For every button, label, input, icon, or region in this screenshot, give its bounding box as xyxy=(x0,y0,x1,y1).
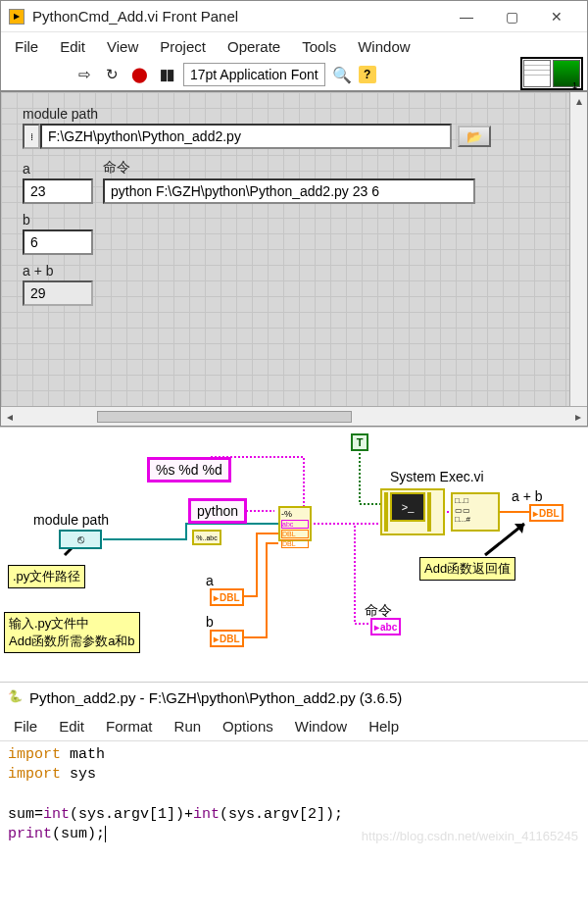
run-continuous-icon[interactable]: ↻ xyxy=(101,64,122,85)
string-to-number-node[interactable]: □..□▭▭□...# xyxy=(451,492,500,532)
sum-label: a + b xyxy=(23,263,565,279)
maximize-button[interactable]: ▢ xyxy=(489,2,534,31)
scroll-thumb[interactable] xyxy=(97,411,352,423)
close-button[interactable]: ✕ xyxy=(534,2,579,31)
python-string-const[interactable]: python xyxy=(188,498,247,524)
menu-tools[interactable]: Tools xyxy=(302,38,336,55)
vertical-scrollbar[interactable]: ▴ xyxy=(569,92,587,406)
b-label: b xyxy=(23,212,565,228)
system-exec-node[interactable]: >_ xyxy=(380,488,445,535)
idle-menu-format[interactable]: Format xyxy=(106,718,153,735)
python-icon: 🐍 xyxy=(8,689,24,705)
ctx-number: 1 xyxy=(572,80,579,90)
cmd-label: 命令 xyxy=(103,159,475,177)
idle-menu-file[interactable]: File xyxy=(14,718,37,735)
watermark: https://blog.csdn.net/weixin_41165245 xyxy=(362,828,578,845)
scroll-up-icon[interactable]: ▴ xyxy=(570,92,588,110)
idle-menu-run[interactable]: Run xyxy=(174,718,202,735)
b-input[interactable]: 6 xyxy=(23,229,93,255)
idle-menu-options[interactable]: Options xyxy=(222,718,273,735)
abort-icon[interactable]: ⬤ xyxy=(128,64,150,85)
true-constant[interactable]: T xyxy=(351,433,368,451)
font-selector[interactable]: 17pt Application Font xyxy=(183,63,325,86)
labview-front-panel-window: ▶ PythonCmd_Add.vi Front Panel — ▢ ✕ Fil… xyxy=(0,0,588,427)
idle-menu-help[interactable]: Help xyxy=(368,718,399,735)
minimize-button[interactable]: — xyxy=(444,2,489,31)
toolbar: ⇨ ↻ ⬤ ▮▮ 17pt Application Font 🔍 ? 1 xyxy=(1,61,587,92)
sum-indicator-terminal[interactable]: DBL xyxy=(529,504,564,522)
tip-inputs-box: 输入.py文件中 Add函数所需参数a和b xyxy=(4,612,140,653)
tip-path-box: .py文件路径 xyxy=(8,565,85,588)
menu-view[interactable]: View xyxy=(107,38,138,55)
menubar: File Edit View Project Operate Tools Win… xyxy=(1,32,587,61)
idle-menu-edit[interactable]: Edit xyxy=(59,718,84,735)
folder-icon: 📂 xyxy=(466,129,482,144)
bd-b-label: b xyxy=(206,614,214,630)
text-cursor xyxy=(105,826,115,842)
idle-title: Python_add2.py - F:\GZH\python\Python_ad… xyxy=(29,689,402,706)
horizontal-scrollbar[interactable]: ◂ ▸ xyxy=(1,406,587,426)
module-path-control: ⁞ F:\GZH\python\Python_add2.py 📂 xyxy=(23,124,565,149)
path-terminal-icon[interactable]: ⎋ xyxy=(59,530,102,549)
scroll-left-icon[interactable]: ◂ xyxy=(1,408,19,426)
path-to-string-node[interactable]: %..abc xyxy=(192,530,221,545)
block-diagram: %s %d %d python module path ⎋ %..abc -% … xyxy=(0,427,588,682)
pause-icon[interactable]: ▮▮ xyxy=(156,64,177,85)
menu-file[interactable]: File xyxy=(15,38,38,55)
bd-sum-label: a + b xyxy=(512,488,543,504)
format-into-string-node[interactable]: -% abc DBL DBL xyxy=(278,506,312,541)
module-path-input[interactable]: F:\GZH\python\Python_add2.py xyxy=(40,124,452,149)
bd-a-label: a xyxy=(206,573,214,588)
path-index-icon[interactable]: ⁞ xyxy=(23,124,40,149)
code-editor[interactable]: import math import sys sum=int(sys.argv[… xyxy=(0,741,588,848)
b-terminal[interactable]: DBL xyxy=(210,630,244,647)
a-label: a xyxy=(23,161,93,177)
idle-window: 🐍 Python_add2.py - F:\GZH\python\Python_… xyxy=(0,682,588,848)
menu-operate[interactable]: Operate xyxy=(227,38,280,55)
labview-icon: ▶ xyxy=(9,9,24,25)
search-icon[interactable]: 🔍 xyxy=(331,64,353,85)
format-string-const[interactable]: %s %d %d xyxy=(147,457,231,482)
font-label: 17pt Application Font xyxy=(190,67,318,82)
cmd-indicator: python F:\GZH\python\Python_add2.py 23 6 xyxy=(103,178,475,204)
sum-indicator: 29 xyxy=(23,280,93,306)
run-arrow-icon[interactable]: ⇨ xyxy=(74,64,95,85)
window-title: PythonCmd_Add.vi Front Panel xyxy=(32,8,444,25)
scroll-right-icon[interactable]: ▸ xyxy=(569,408,587,426)
context-help-icon[interactable]: ? xyxy=(359,66,376,83)
browse-button[interactable]: 📂 xyxy=(458,126,491,147)
idle-menu-window[interactable]: Window xyxy=(295,718,347,735)
front-panel-canvas[interactable]: module path ⁞ F:\GZH\python\Python_add2.… xyxy=(1,92,587,406)
idle-titlebar: 🐍 Python_add2.py - F:\GZH\python\Python_… xyxy=(0,683,588,712)
menu-window[interactable]: Window xyxy=(358,38,410,55)
a-input[interactable]: 23 xyxy=(23,178,93,204)
idle-menubar: File Edit Format Run Options Window Help xyxy=(0,712,588,741)
titlebar: ▶ PythonCmd_Add.vi Front Panel — ▢ ✕ xyxy=(1,1,587,32)
cmd-indicator-terminal[interactable]: abc xyxy=(370,618,401,635)
module-path-label: module path xyxy=(23,106,565,122)
menu-edit[interactable]: Edit xyxy=(60,38,85,55)
menu-project[interactable]: Project xyxy=(160,38,206,55)
tip-return-box: Add函数返回值 xyxy=(419,557,515,581)
a-terminal[interactable]: DBL xyxy=(210,588,244,606)
bd-module-path-label: module path xyxy=(33,512,109,528)
terminal-icon: >_ xyxy=(390,492,425,522)
vi-icon-connector[interactable]: 1 xyxy=(520,57,583,90)
sysexec-label: System Exec.vi xyxy=(390,469,484,484)
